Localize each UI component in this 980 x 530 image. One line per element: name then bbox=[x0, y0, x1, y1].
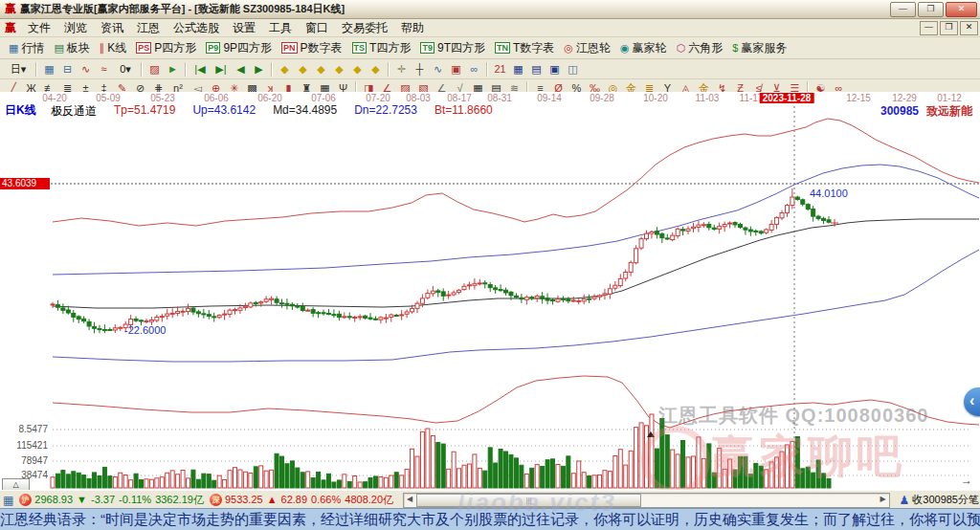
indicator-field-3: Dn=22.7253 bbox=[354, 103, 417, 120]
date-label: 08-03 bbox=[406, 93, 431, 103]
horizontal-scrollbar[interactable]: ◀ ||| ▶ bbox=[403, 493, 889, 508]
tool-gann-diamond-1-icon[interactable]: ◆ bbox=[276, 61, 294, 77]
stock-code: 300985 bbox=[880, 104, 919, 118]
hexagon-icon: ⬡ bbox=[677, 43, 686, 54]
mdi-restore-button[interactable]: ❐ bbox=[940, 21, 958, 35]
tool-gann-diamond-2-icon[interactable]: ◆ bbox=[294, 61, 312, 77]
t-table-icon: TN bbox=[495, 42, 510, 54]
toolbar-button-9t-square[interactable]: T99T四方形 bbox=[416, 39, 491, 57]
sz-change: 62.89 bbox=[281, 494, 308, 505]
9t-square-icon: T9 bbox=[420, 42, 434, 54]
tool-export-icon[interactable]: ◫ bbox=[564, 61, 582, 77]
toolbar-button-t-table[interactable]: TNT数字表 bbox=[491, 39, 560, 57]
menu-item-6[interactable]: 工具 bbox=[262, 19, 299, 37]
title-bar: 赢 赢家江恩专业版[赢家内部服务平台] - [致远新能 SZ300985-184… bbox=[0, 0, 980, 19]
date-label: 08-31 bbox=[487, 93, 512, 103]
scroll-right-arrow-icon[interactable]: → bbox=[961, 474, 972, 487]
toolbar-button-winner-service[interactable]: $赢家服务 bbox=[728, 39, 792, 57]
toolbar-button-sectors[interactable]: ▤板块 bbox=[50, 39, 95, 57]
tool-gann-diamond-6-icon[interactable]: ◆ bbox=[367, 61, 385, 77]
tool-link-view-icon[interactable]: ∞ bbox=[465, 61, 483, 77]
mdi-minimize-button[interactable]: — bbox=[920, 21, 938, 35]
menu-item-5[interactable]: 设置 bbox=[226, 19, 262, 37]
toolbar-button-p-square[interactable]: PSP四方形 bbox=[132, 39, 202, 57]
shenzhen-index-icon: 深 bbox=[210, 494, 222, 506]
tool-curve-small-icon[interactable]: ∿ bbox=[77, 61, 95, 77]
shenzhen-index-values[interactable]: 9533.25▲62.890.66%4808.20亿 bbox=[225, 493, 397, 507]
toolbar-button-hexagon[interactable]: ⬡六角形 bbox=[673, 39, 729, 57]
scrollbar-right-arrow-icon[interactable]: ▶ bbox=[878, 494, 889, 505]
tool-window-split-icon[interactable]: ⊟ bbox=[58, 61, 77, 77]
mdi-window-controls: —❐✕ bbox=[918, 21, 978, 35]
menu-item-1[interactable]: 浏览 bbox=[57, 19, 94, 37]
quote-grid-icon[interactable]: ▦ bbox=[3, 494, 13, 507]
menu-item-8[interactable]: 交易委托 bbox=[335, 19, 394, 37]
tool-gann-diamond-4-icon[interactable]: ◆ bbox=[330, 61, 348, 77]
toolbar-button-kline[interactable]: ∥K线 bbox=[96, 39, 133, 57]
tool-overlay-grid-icon[interactable]: ▨ bbox=[145, 61, 164, 77]
tool-gann-diamond-3-icon[interactable]: ◆ bbox=[312, 61, 330, 77]
tool-report-icon[interactable]: ▤ bbox=[527, 61, 546, 77]
tool-scale-dropdown-icon[interactable]: 0▾ bbox=[113, 61, 138, 77]
date-label: 06-06 bbox=[204, 93, 229, 103]
shanghai-index-values[interactable]: 2968.93▼-3.37-0.11%3362.19亿 bbox=[34, 493, 208, 507]
menu-item-3[interactable]: 江恩 bbox=[130, 19, 167, 37]
restore-button[interactable]: ❐ bbox=[918, 2, 944, 17]
scrollbar-left-arrow-icon[interactable]: ◀ bbox=[404, 494, 415, 505]
tool-calculator-icon[interactable]: ▦ bbox=[509, 61, 527, 77]
sh-index: 2968.93 bbox=[34, 494, 73, 505]
toolbar-separator bbox=[141, 62, 143, 77]
tool-flag-icon[interactable]: ► bbox=[164, 61, 182, 77]
date-label: 07-20 bbox=[366, 93, 390, 103]
tool-gann-diamond-5-icon[interactable]: ◆ bbox=[348, 61, 367, 77]
shanghai-index-icon: 沪 bbox=[19, 494, 32, 506]
period-tab-label[interactable]: 日K线 bbox=[5, 102, 36, 119]
tool-go-last-icon[interactable]: ▶| bbox=[211, 61, 232, 77]
window-title: 赢家江恩专业版[赢家内部服务平台] - [致远新能 SZ300985-184日K… bbox=[18, 2, 888, 16]
menu-item-2[interactable]: 资讯 bbox=[94, 19, 130, 37]
date-label: 09-28 bbox=[590, 93, 614, 103]
scrollbar-thumb[interactable]: ||| bbox=[416, 494, 641, 507]
date-label: 05-23 bbox=[150, 93, 175, 103]
winner-wheel-icon: ◉ bbox=[620, 43, 630, 54]
tool-go-prev-icon[interactable]: ◀ bbox=[232, 61, 250, 77]
main-toolbar: ▦行情▤板块∥K线PSP四方形P99P四方形PNP数字表TST四方形T99T四方… bbox=[0, 37, 980, 59]
indicator-name: 极反通道 bbox=[51, 103, 97, 120]
menu-item-0[interactable]: 文件 bbox=[21, 19, 57, 37]
date-label: 11-03 bbox=[696, 93, 720, 103]
tick-view-shortcut[interactable]: ♟ 收300985分笔 bbox=[896, 493, 980, 507]
sh-pct: -0.11% bbox=[119, 494, 151, 505]
toolbar-button-gann-wheel[interactable]: ◎江恩轮 bbox=[560, 39, 616, 57]
menu-item-9[interactable]: 帮助 bbox=[394, 19, 431, 37]
tool-curve-wave-icon[interactable]: ≈ bbox=[95, 61, 113, 77]
tool-period-day-dropdown-icon[interactable]: 日▾ bbox=[4, 61, 33, 77]
sectors-label: 板块 bbox=[67, 40, 90, 56]
sz-amount: 4808.20亿 bbox=[345, 494, 393, 505]
toolbar-button-9p-square[interactable]: P99P四方形 bbox=[202, 39, 278, 57]
tool-window-grid-icon[interactable]: ▦ bbox=[40, 61, 58, 77]
tool-pan-hand-icon[interactable]: ✛ bbox=[392, 61, 411, 77]
toolbar-button-p-table[interactable]: PNP数字表 bbox=[278, 39, 348, 57]
tool-go-next-icon[interactable]: ▶ bbox=[250, 61, 268, 77]
menu-item-7[interactable]: 窗口 bbox=[299, 19, 335, 37]
date-label: 12-29 bbox=[892, 93, 917, 103]
mdi-close-button[interactable]: ✕ bbox=[960, 21, 978, 35]
minimize-button[interactable]: — bbox=[890, 2, 916, 17]
menu-item-4[interactable]: 公式选股 bbox=[167, 19, 226, 37]
tool-trendline-icon[interactable]: ∿ bbox=[429, 61, 447, 77]
low-price-label: -22.6000 bbox=[124, 324, 166, 336]
date-label: 09-14 bbox=[537, 93, 562, 103]
tool-save-icon[interactable]: ▣ bbox=[546, 61, 564, 77]
volume-bars-group bbox=[51, 414, 831, 488]
toolbar-button-quotes[interactable]: ▦行情 bbox=[5, 39, 50, 57]
winner-service-icon: $ bbox=[732, 43, 738, 54]
tool-calendar-21-icon[interactable]: 21 bbox=[491, 61, 509, 77]
tool-go-first-icon[interactable]: |◀ bbox=[189, 61, 211, 77]
toolbar-button-t-square[interactable]: TST四方形 bbox=[348, 39, 417, 57]
close-button[interactable]: ✕ bbox=[946, 2, 977, 17]
tool-marker-icon[interactable]: ▣ bbox=[447, 61, 465, 77]
kline-chart-canvas[interactable] bbox=[0, 92, 980, 490]
tool-crosshair-icon[interactable]: ┼ bbox=[411, 61, 429, 77]
indicator-field-1: Up=43.6142 bbox=[192, 103, 256, 120]
toolbar-button-winner-wheel[interactable]: ◉赢家轮 bbox=[616, 39, 673, 57]
